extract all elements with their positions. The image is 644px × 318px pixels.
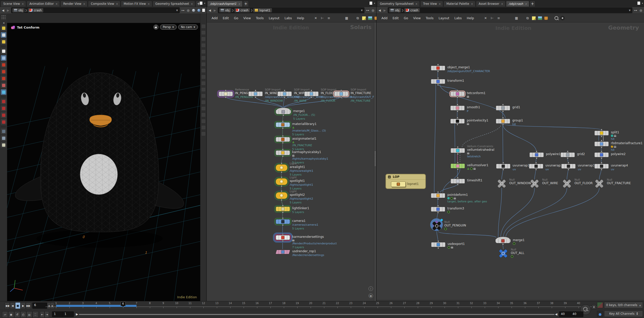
node-body[interactable]	[497, 180, 507, 187]
node-usdrender_rop1[interactable]: usdrender_rop1/Render/rendersettings	[275, 250, 290, 254]
info-icon[interactable]: i	[369, 286, 373, 291]
selection-ring-tool[interactable]	[1, 135, 6, 141]
viewport-tool-icon[interactable]	[201, 100, 206, 104]
node-karmaphysicalsky1[interactable]: karmaphysicalsky1/lights/karmaphysicalsk…	[275, 150, 290, 155]
scoped-channels-icon[interactable]	[597, 302, 603, 308]
menu-go[interactable]: Go	[232, 15, 240, 21]
tree-icon[interactable]: ⊢	[320, 16, 325, 20]
close-icon[interactable]: ×	[525, 3, 527, 5]
tab-asset-browser[interactable]: Asset Browser×	[476, 1, 505, 7]
back-icon[interactable]: ◀	[208, 8, 212, 12]
viewport-tool-icon[interactable]	[201, 49, 206, 54]
copy-path-icon[interactable]: ⧉	[525, 16, 530, 20]
viewport-tool-icon[interactable]	[201, 24, 206, 29]
solaris-network-canvas[interactable]: Indie Edition Solaris ReferenceIN_PENGUI…	[207, 23, 376, 302]
path-chip-obj[interactable]: obj	[12, 8, 25, 12]
node-in_penguin[interactable]: ReferenceIN_PENGUIN/IN_PENGUIN	[218, 91, 233, 96]
menu-view[interactable]: View	[411, 15, 423, 21]
node-object_merge1[interactable]: object_merge1/obj/penguin/OUT_CHARACTER	[431, 66, 445, 71]
close-icon[interactable]: ×	[238, 3, 240, 5]
forward-icon[interactable]: ▶	[213, 8, 217, 12]
add-tab-button[interactable]: +	[243, 1, 249, 7]
scale-tool[interactable]	[1, 76, 6, 81]
list-icon[interactable]: ≡	[496, 16, 501, 20]
close-icon[interactable]: ×	[56, 3, 58, 5]
tab-animation-editor[interactable]: Animation Editor×	[27, 1, 60, 7]
range-slider-left-handle[interactable]: ▶	[76, 312, 78, 316]
close-icon[interactable]: ×	[191, 3, 193, 5]
node-body[interactable]	[275, 150, 290, 155]
node-body[interactable]	[218, 91, 233, 96]
menu-help[interactable]: Help	[295, 15, 307, 21]
tab-geometry-spreadsheet[interactable]: Geometry Spreadsheet×	[377, 1, 420, 7]
node-vellumsolver1[interactable]: vellumsolver1	[450, 163, 465, 168]
tree-icon[interactable]: ⊢	[490, 16, 494, 20]
node-lopnet1[interactable]	[391, 181, 406, 187]
node-body[interactable]	[594, 152, 609, 157]
path-chip-lopnet1[interactable]: lopnet1	[253, 8, 272, 12]
node-uvunwrap2[interactable]: uvunwrap2uv	[529, 164, 543, 169]
pane-swatch[interactable]	[199, 1, 203, 5]
close-icon[interactable]: ×	[22, 3, 24, 5]
color-swatch[interactable]	[202, 8, 205, 12]
rotate-tool[interactable]	[1, 69, 6, 74]
node-body[interactable]	[496, 119, 510, 124]
node-body[interactable]	[450, 148, 465, 153]
pin-icon[interactable]: ⊶	[365, 8, 370, 12]
list-icon[interactable]: ≡	[327, 16, 331, 20]
node-grid2[interactable]: grid2	[560, 152, 575, 157]
menu-edit[interactable]: Edit	[390, 15, 401, 21]
pane-menu-arrow-icon[interactable]: ▾	[374, 2, 375, 5]
range-slider-track[interactable]	[79, 314, 555, 315]
timeline-ruler[interactable]: 1234567891011121314151617181920212223242…	[45, 301, 596, 310]
camera-lock-icon[interactable]	[153, 25, 158, 30]
geometry-network-canvas[interactable]: Indie Edition Geometry LOP lopnet1 objec…	[377, 23, 644, 300]
pin-icon[interactable]: ⊶	[633, 8, 638, 12]
left-path-field[interactable]: obj❯crash▼	[11, 7, 180, 13]
node-body[interactable]	[431, 193, 445, 198]
node-body[interactable]	[275, 178, 288, 185]
path-dropdown-icon[interactable]: ▼	[361, 9, 363, 12]
node-body[interactable]	[432, 221, 442, 231]
gallery-icon[interactable]	[544, 16, 548, 20]
camera-select-menu[interactable]: No cam▼	[178, 25, 198, 30]
node-in_wire[interactable]: SOP ImportIN_WIRE/obj/crash/OUT_WIRE/IN_…	[277, 91, 292, 96]
background-image-icon[interactable]	[538, 16, 542, 20]
node-arealight1[interactable]: Lightarealight1/lights/arealight15 Layer…	[275, 164, 288, 171]
node-body[interactable]	[594, 131, 609, 136]
node-out_all[interactable]: NullOUT_ALL	[498, 250, 508, 257]
wrench-icon[interactable]: ✕	[483, 16, 488, 20]
toolbar-handle-icon[interactable]	[1, 15, 6, 20]
camera-tool[interactable]	[1, 129, 6, 134]
node-out_fracture[interactable]: NullOUT_FRACTURE	[594, 180, 604, 187]
viewport-tool-icon[interactable]	[201, 94, 206, 98]
node-spotlight2[interactable]: Lightspotlight2/lights/spotlight25 Layer…	[275, 192, 288, 199]
back-icon[interactable]: ◀	[1, 8, 5, 12]
tick-marks-icon[interactable]: ꞁꞁꞁ	[26, 311, 32, 318]
tab-lopnet[interactable]: /obj/crash/lopnet1×	[207, 1, 243, 7]
viewport-tool-icon[interactable]	[201, 75, 206, 79]
node-polywire2[interactable]: polywire2	[594, 152, 609, 157]
light-tool[interactable]	[1, 142, 6, 148]
viewport-tool-icon[interactable]	[201, 87, 206, 92]
snap-curve-tool[interactable]	[1, 105, 6, 111]
wrench-icon[interactable]: ✕	[313, 16, 318, 20]
viewport-tool-icon[interactable]	[201, 106, 206, 111]
background-image-icon[interactable]	[368, 16, 372, 20]
node-body[interactable]	[594, 180, 604, 187]
viewport-tool-icon[interactable]	[201, 119, 206, 123]
node-body[interactable]	[496, 105, 510, 111]
path-chip-obj[interactable]: obj	[219, 8, 231, 12]
menu-labs[interactable]: Labs	[452, 15, 464, 21]
range-start-field[interactable]: 1	[52, 311, 63, 317]
node-grid1[interactable]: grid1	[496, 105, 510, 111]
snap-point-tool[interactable]	[1, 112, 6, 118]
path-chip-crash[interactable]: crash	[28, 8, 43, 12]
tab-geometry-spreadsheet[interactable]: Geometry Spreadsheet×	[153, 1, 195, 7]
tab-tree-view[interactable]: Tree View×	[420, 1, 443, 7]
node-body[interactable]	[275, 122, 290, 127]
palette-icon[interactable]	[508, 16, 512, 20]
viewport-tool-icon[interactable]	[201, 132, 206, 136]
projection-menu[interactable]: Persp▼	[160, 25, 177, 30]
viewport-3d[interactable]: Tet Conform Persp▼ No cam▼ 0 1 Indie Edi…	[7, 23, 200, 302]
